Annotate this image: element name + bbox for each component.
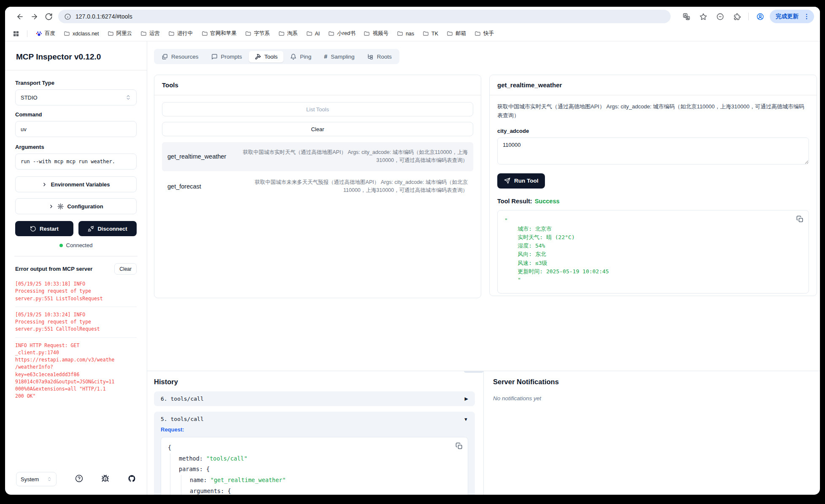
bookmark-item[interactable]: TK [419, 29, 442, 38]
param-label: city_adcode [497, 128, 809, 134]
list-tools-button[interactable]: List Tools [162, 102, 473, 116]
arguments-input[interactable] [15, 154, 137, 170]
restart-button[interactable]: Restart [15, 221, 73, 236]
run-tool-button[interactable]: Run Tool [497, 173, 545, 189]
folder-icon [245, 30, 251, 37]
transport-type-select[interactable]: STDIO [15, 89, 137, 105]
tab-label: Tools [264, 54, 278, 60]
tool-name: get_forecast [167, 183, 201, 190]
copy-result-button[interactable] [796, 216, 803, 224]
extensions-button[interactable] [730, 9, 744, 24]
url-bar[interactable]: 127.0.0.1:6274/#tools [58, 10, 671, 23]
bookmark-item[interactable]: 阿里云 [104, 28, 136, 39]
environment-variables-button[interactable]: Environment Variables [15, 176, 137, 192]
bookmark-item[interactable]: xdclass.net [60, 29, 102, 38]
menu-dots-icon[interactable]: ⋮ [802, 13, 812, 20]
bookmark-label: AI [315, 31, 320, 37]
code-line: method: "tools/call" [179, 453, 461, 464]
bookmark-item[interactable]: 快手 [471, 28, 497, 39]
tab-resources[interactable]: Resources [156, 51, 205, 62]
tab-label: Roots [377, 54, 391, 60]
clear-tools-button[interactable]: Clear [162, 122, 473, 136]
tool-row-get-realtime-weather[interactable]: get_realtime_weather 获取中国城市实时天气（通过高德地图AP… [162, 142, 473, 171]
tool-result-label: Tool Result: [497, 198, 532, 205]
bookmark-item[interactable]: 小red书 [325, 28, 359, 39]
bookmark-item[interactable]: AI [303, 29, 324, 38]
folder-icon [397, 30, 403, 37]
divider [14, 256, 138, 256]
tool-row-get-forecast[interactable]: get_forecast 获取中国城市未来多天天气预报（通过高德地图API） A… [162, 172, 473, 201]
tab-tools[interactable]: Tools [249, 51, 284, 62]
bookmark-item[interactable]: 百度 [32, 28, 59, 39]
translate-icon [682, 13, 690, 21]
history-item-6[interactable]: 6. tools/call ▶ [154, 391, 475, 406]
tool-detail-description: 获取中国城市实时天气（通过高德地图API） Args: city_adcode:… [497, 102, 809, 120]
apps-grid-button[interactable] [13, 30, 19, 37]
history-item-header[interactable]: 5. tools/call ▼ [161, 416, 468, 422]
bookmark-item[interactable]: nas [394, 29, 418, 38]
chevron-right-icon[interactable]: ▶ [465, 396, 468, 402]
tools-hammer-icon [255, 54, 261, 60]
back-button[interactable] [13, 9, 27, 24]
configuration-button[interactable]: Configuration [15, 198, 137, 214]
connection-status: Connected [66, 242, 93, 248]
url-text[interactable]: 127.0.0.1:6274/#tools [75, 13, 132, 20]
translate-button[interactable] [679, 9, 693, 24]
star-icon [699, 13, 707, 21]
bookmark-item[interactable]: 邮箱 [443, 28, 469, 39]
bottom-section: History 6. tools/call ▶ 5. tools/call ▼ … [147, 371, 820, 495]
bookmark-item[interactable]: 视频号 [360, 28, 392, 39]
bookmark-item[interactable]: 字节系 [242, 28, 273, 39]
bookmark-star-button[interactable] [696, 9, 710, 24]
browser-window: 127.0.0.1:6274/#tools 完成更新 ⋮ [5, 7, 820, 495]
profile-button[interactable] [753, 9, 767, 24]
roots-tree-icon [367, 54, 373, 60]
site-info-icon[interactable] [64, 13, 71, 20]
transport-type-label: Transport Type [15, 80, 137, 86]
code-line: params: { [179, 464, 461, 475]
tab-roots[interactable]: Roots [361, 51, 397, 62]
bookmark-item[interactable]: 淘系 [275, 28, 301, 39]
chevron-right-icon [42, 182, 47, 187]
tool-result-status: Success [535, 198, 560, 205]
tool-name: get_realtime_weather [167, 153, 226, 160]
city-adcode-input[interactable]: 110000 [497, 137, 809, 164]
theme-select[interactable]: System [16, 472, 57, 486]
tool-detail-title: get_realtime_weather [490, 75, 817, 95]
bug-report-button[interactable] [101, 474, 109, 484]
reload-button[interactable] [41, 9, 56, 24]
folder-icon [64, 30, 70, 37]
code-line: name: "get_realtime_weather" [190, 475, 461, 486]
chrome-update-button[interactable]: 完成更新 ⋮ [770, 10, 814, 23]
bookmark-item[interactable]: 运营 [137, 28, 163, 39]
reading-mode-button[interactable] [713, 9, 727, 24]
command-input[interactable] [15, 121, 137, 137]
bookmark-item[interactable]: 进行中 [165, 28, 197, 39]
github-button[interactable] [128, 474, 136, 484]
copy-request-button[interactable] [456, 442, 463, 453]
history-item-label: 5. tools/call [161, 416, 204, 422]
clear-error-button[interactable]: Clear [114, 263, 137, 275]
copy-icon [456, 442, 463, 450]
forward-button[interactable] [27, 9, 41, 24]
help-button[interactable] [75, 474, 83, 484]
bookmark-label: TK [431, 31, 438, 37]
chevron-down-icon[interactable]: ▼ [464, 417, 468, 422]
no-notifications-text: No notifications yet [493, 395, 812, 402]
tab-sampling[interactable]: # Sampling [318, 51, 360, 62]
gear-icon [57, 203, 64, 210]
tab-ping[interactable]: Ping [284, 51, 317, 62]
tab-prompts[interactable]: Prompts [205, 51, 248, 62]
arguments-label: Arguments [15, 144, 137, 150]
forward-icon [30, 13, 38, 21]
bookmark-label: 淘系 [287, 30, 298, 37]
reload-icon [45, 13, 53, 21]
resources-icon [162, 54, 168, 60]
bookmark-label: 阿里云 [116, 30, 132, 37]
disconnect-button[interactable]: Disconnect [78, 221, 137, 236]
bookmark-item[interactable]: 官网和苹果 [198, 28, 240, 39]
history-title: History [154, 378, 475, 386]
panel-resize-handle[interactable] [464, 371, 483, 373]
update-label: 完成更新 [776, 13, 798, 20]
error-log-entry: [05/19/25 10:33:24] INFO Processing requ… [15, 307, 137, 338]
